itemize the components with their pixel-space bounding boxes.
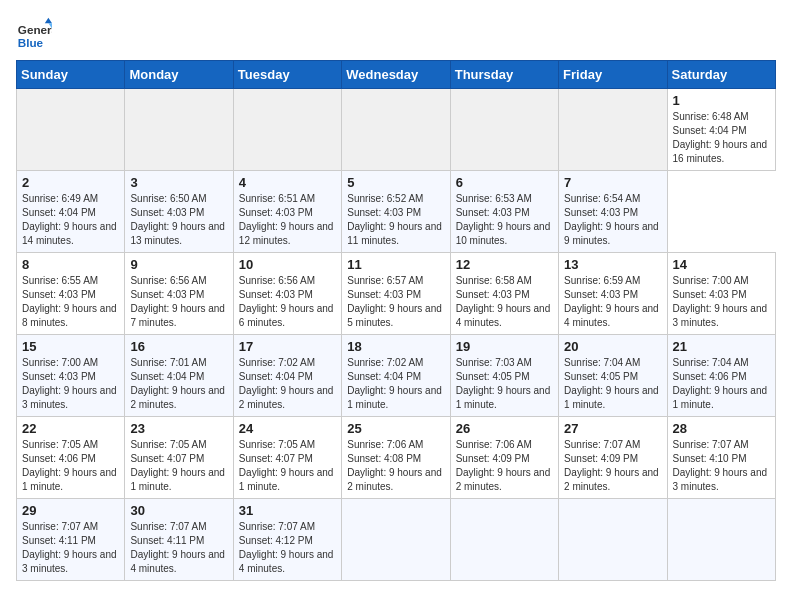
calendar-week-row: 22Sunrise: 7:05 AMSunset: 4:06 PMDayligh… (17, 417, 776, 499)
day-details: Sunrise: 7:07 AMSunset: 4:11 PMDaylight:… (22, 520, 119, 576)
day-number: 3 (130, 175, 227, 190)
calendar-cell: 27Sunrise: 7:07 AMSunset: 4:09 PMDayligh… (559, 417, 667, 499)
page-header: General Blue (16, 16, 776, 52)
calendar-cell: 8Sunrise: 6:55 AMSunset: 4:03 PMDaylight… (17, 253, 125, 335)
logo: General Blue (16, 16, 52, 52)
day-number: 30 (130, 503, 227, 518)
day-details: Sunrise: 6:56 AMSunset: 4:03 PMDaylight:… (130, 274, 227, 330)
calendar-cell: 31Sunrise: 7:07 AMSunset: 4:12 PMDayligh… (233, 499, 341, 581)
calendar-cell: 30Sunrise: 7:07 AMSunset: 4:11 PMDayligh… (125, 499, 233, 581)
header-saturday: Saturday (667, 61, 775, 89)
calendar-cell (559, 89, 667, 171)
day-number: 10 (239, 257, 336, 272)
day-number: 29 (22, 503, 119, 518)
calendar-table: SundayMondayTuesdayWednesdayThursdayFrid… (16, 60, 776, 581)
calendar-cell (125, 89, 233, 171)
day-number: 1 (673, 93, 770, 108)
calendar-cell: 25Sunrise: 7:06 AMSunset: 4:08 PMDayligh… (342, 417, 450, 499)
svg-marker-2 (45, 18, 52, 23)
day-details: Sunrise: 6:53 AMSunset: 4:03 PMDaylight:… (456, 192, 553, 248)
day-number: 5 (347, 175, 444, 190)
calendar-week-row: 8Sunrise: 6:55 AMSunset: 4:03 PMDaylight… (17, 253, 776, 335)
calendar-header-row: SundayMondayTuesdayWednesdayThursdayFrid… (17, 61, 776, 89)
header-monday: Monday (125, 61, 233, 89)
calendar-cell (342, 89, 450, 171)
header-wednesday: Wednesday (342, 61, 450, 89)
calendar-cell (559, 499, 667, 581)
day-number: 31 (239, 503, 336, 518)
calendar-cell: 11Sunrise: 6:57 AMSunset: 4:03 PMDayligh… (342, 253, 450, 335)
calendar-cell: 20Sunrise: 7:04 AMSunset: 4:05 PMDayligh… (559, 335, 667, 417)
day-details: Sunrise: 6:50 AMSunset: 4:03 PMDaylight:… (130, 192, 227, 248)
day-number: 23 (130, 421, 227, 436)
day-details: Sunrise: 7:02 AMSunset: 4:04 PMDaylight:… (347, 356, 444, 412)
calendar-cell: 10Sunrise: 6:56 AMSunset: 4:03 PMDayligh… (233, 253, 341, 335)
day-details: Sunrise: 7:04 AMSunset: 4:05 PMDaylight:… (564, 356, 661, 412)
day-details: Sunrise: 7:01 AMSunset: 4:04 PMDaylight:… (130, 356, 227, 412)
day-details: Sunrise: 6:58 AMSunset: 4:03 PMDaylight:… (456, 274, 553, 330)
header-tuesday: Tuesday (233, 61, 341, 89)
calendar-cell (667, 499, 775, 581)
calendar-week-row: 15Sunrise: 7:00 AMSunset: 4:03 PMDayligh… (17, 335, 776, 417)
day-details: Sunrise: 7:03 AMSunset: 4:05 PMDaylight:… (456, 356, 553, 412)
calendar-cell: 2Sunrise: 6:49 AMSunset: 4:04 PMDaylight… (17, 171, 125, 253)
day-details: Sunrise: 6:48 AMSunset: 4:04 PMDaylight:… (673, 110, 770, 166)
calendar-cell (233, 89, 341, 171)
calendar-cell: 19Sunrise: 7:03 AMSunset: 4:05 PMDayligh… (450, 335, 558, 417)
day-number: 22 (22, 421, 119, 436)
day-details: Sunrise: 7:06 AMSunset: 4:09 PMDaylight:… (456, 438, 553, 494)
calendar-cell: 21Sunrise: 7:04 AMSunset: 4:06 PMDayligh… (667, 335, 775, 417)
calendar-cell: 12Sunrise: 6:58 AMSunset: 4:03 PMDayligh… (450, 253, 558, 335)
calendar-cell: 13Sunrise: 6:59 AMSunset: 4:03 PMDayligh… (559, 253, 667, 335)
day-number: 21 (673, 339, 770, 354)
day-details: Sunrise: 7:04 AMSunset: 4:06 PMDaylight:… (673, 356, 770, 412)
calendar-cell: 6Sunrise: 6:53 AMSunset: 4:03 PMDaylight… (450, 171, 558, 253)
day-number: 18 (347, 339, 444, 354)
day-number: 6 (456, 175, 553, 190)
calendar-cell: 15Sunrise: 7:00 AMSunset: 4:03 PMDayligh… (17, 335, 125, 417)
day-details: Sunrise: 6:49 AMSunset: 4:04 PMDaylight:… (22, 192, 119, 248)
day-details: Sunrise: 7:07 AMSunset: 4:10 PMDaylight:… (673, 438, 770, 494)
day-details: Sunrise: 7:00 AMSunset: 4:03 PMDaylight:… (673, 274, 770, 330)
calendar-cell: 14Sunrise: 7:00 AMSunset: 4:03 PMDayligh… (667, 253, 775, 335)
day-number: 13 (564, 257, 661, 272)
calendar-cell: 17Sunrise: 7:02 AMSunset: 4:04 PMDayligh… (233, 335, 341, 417)
day-number: 11 (347, 257, 444, 272)
calendar-cell: 3Sunrise: 6:50 AMSunset: 4:03 PMDaylight… (125, 171, 233, 253)
day-details: Sunrise: 7:07 AMSunset: 4:09 PMDaylight:… (564, 438, 661, 494)
calendar-cell: 7Sunrise: 6:54 AMSunset: 4:03 PMDaylight… (559, 171, 667, 253)
day-number: 2 (22, 175, 119, 190)
day-number: 15 (22, 339, 119, 354)
calendar-cell (450, 499, 558, 581)
day-number: 4 (239, 175, 336, 190)
day-details: Sunrise: 7:05 AMSunset: 4:06 PMDaylight:… (22, 438, 119, 494)
day-details: Sunrise: 6:55 AMSunset: 4:03 PMDaylight:… (22, 274, 119, 330)
day-details: Sunrise: 7:07 AMSunset: 4:12 PMDaylight:… (239, 520, 336, 576)
day-number: 28 (673, 421, 770, 436)
day-details: Sunrise: 7:00 AMSunset: 4:03 PMDaylight:… (22, 356, 119, 412)
calendar-cell: 22Sunrise: 7:05 AMSunset: 4:06 PMDayligh… (17, 417, 125, 499)
day-number: 25 (347, 421, 444, 436)
day-number: 9 (130, 257, 227, 272)
calendar-week-row: 29Sunrise: 7:07 AMSunset: 4:11 PMDayligh… (17, 499, 776, 581)
day-details: Sunrise: 6:51 AMSunset: 4:03 PMDaylight:… (239, 192, 336, 248)
day-details: Sunrise: 6:57 AMSunset: 4:03 PMDaylight:… (347, 274, 444, 330)
logo-icon: General Blue (16, 16, 52, 52)
calendar-cell: 5Sunrise: 6:52 AMSunset: 4:03 PMDaylight… (342, 171, 450, 253)
svg-text:General: General (18, 23, 52, 36)
day-details: Sunrise: 6:54 AMSunset: 4:03 PMDaylight:… (564, 192, 661, 248)
calendar-cell: 29Sunrise: 7:07 AMSunset: 4:11 PMDayligh… (17, 499, 125, 581)
day-number: 14 (673, 257, 770, 272)
calendar-cell: 18Sunrise: 7:02 AMSunset: 4:04 PMDayligh… (342, 335, 450, 417)
day-details: Sunrise: 6:56 AMSunset: 4:03 PMDaylight:… (239, 274, 336, 330)
calendar-cell (17, 89, 125, 171)
day-details: Sunrise: 7:06 AMSunset: 4:08 PMDaylight:… (347, 438, 444, 494)
day-number: 16 (130, 339, 227, 354)
day-details: Sunrise: 7:02 AMSunset: 4:04 PMDaylight:… (239, 356, 336, 412)
svg-text:Blue: Blue (18, 36, 44, 49)
day-number: 27 (564, 421, 661, 436)
day-number: 17 (239, 339, 336, 354)
header-friday: Friday (559, 61, 667, 89)
day-number: 20 (564, 339, 661, 354)
calendar-cell: 24Sunrise: 7:05 AMSunset: 4:07 PMDayligh… (233, 417, 341, 499)
